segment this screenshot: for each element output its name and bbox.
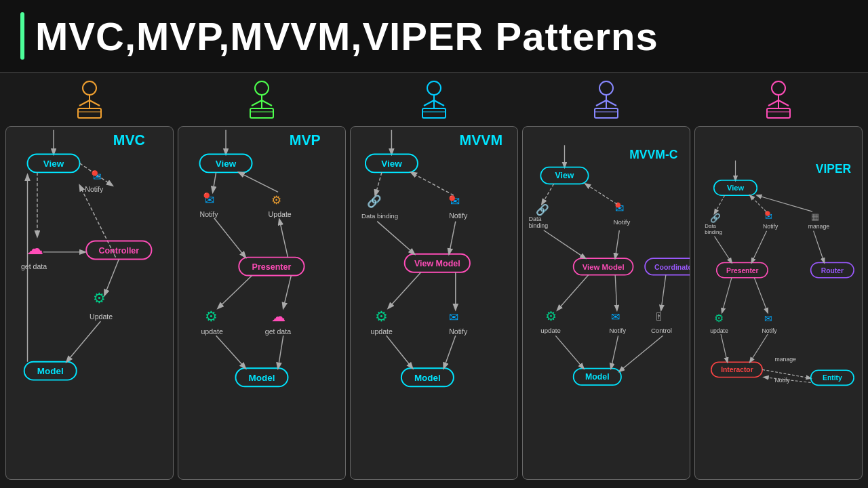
header: MVC,MVP,MVVM,VIPER Patterns (0, 0, 868, 73)
svg-text:Notify: Notify (763, 223, 778, 230)
page-title: MVC,MVP,MVVM,VIPER Patterns (35, 14, 658, 59)
svg-text:View: View (43, 159, 64, 169)
svg-text:Notify: Notify (449, 211, 468, 220)
svg-point-127 (772, 81, 785, 95)
svg-point-89 (599, 81, 613, 95)
svg-point-58 (427, 81, 441, 95)
svg-line-43 (239, 172, 278, 192)
svg-text:manage: manage (808, 223, 830, 230)
svg-text:update: update (371, 327, 393, 336)
svg-text:Presenter: Presenter (252, 262, 292, 272)
svg-line-159 (722, 278, 732, 313)
svg-text:View: View (381, 159, 402, 169)
svg-text:MVVM-C: MVVM-C (629, 148, 678, 161)
svg-line-77 (377, 222, 414, 254)
svg-line-53 (283, 276, 292, 308)
svg-text:VIPER: VIPER (816, 162, 852, 176)
svg-text:Data binding: Data binding (361, 212, 398, 220)
svg-rect-93 (595, 108, 618, 118)
svg-text:🔴: 🔴 (92, 169, 98, 176)
svg-line-130 (778, 100, 789, 106)
mvp-diagram: MVP View ✉ 🔴 Notify ⚙ Update Presenter (178, 127, 345, 479)
mvvmc-user-icon (583, 80, 630, 123)
svg-text:Router: Router (821, 267, 844, 274)
svg-line-2 (79, 100, 90, 106)
mvc-box: MVC View ✉ 🔴 Notify ☁ get data (5, 126, 174, 480)
svg-text:✉: ✉ (764, 313, 772, 324)
svg-line-25 (66, 321, 100, 362)
svg-line-145 (715, 195, 725, 214)
svg-text:get data: get data (21, 262, 47, 270)
mvvmc-pattern: MVVM-C View 🔗 Data binding ✉ 🔴 Notify Vi… (522, 80, 690, 480)
svg-line-60 (424, 100, 434, 106)
svg-line-120 (615, 275, 617, 310)
svg-text:binding: binding (529, 222, 548, 229)
mvc-title: MVC (113, 132, 145, 148)
svg-line-126 (619, 336, 663, 371)
svg-line-105 (542, 184, 554, 204)
svg-text:Controller: Controller (98, 246, 139, 256)
mvc-diagram: MVC View ✉ 🔴 Notify ☁ get data (6, 127, 173, 479)
svg-text:⚙: ⚙ (375, 308, 388, 324)
svg-line-106 (585, 184, 617, 204)
svg-line-3 (90, 100, 100, 106)
svg-text:Entity: Entity (823, 374, 842, 382)
svg-line-125 (611, 336, 618, 368)
svg-line-129 (768, 100, 778, 106)
mvvm-box: MVVM View 🔗 Data binding ✉ 🔴 Notify View… (350, 126, 518, 480)
svg-text:🔴: 🔴 (203, 192, 210, 199)
mvp-user-icon (238, 80, 285, 123)
svg-text:Interactor: Interactor (721, 366, 753, 373)
svg-text:MVP: MVP (290, 132, 321, 148)
svg-text:Control: Control (651, 327, 672, 334)
viper-pattern: VIPER View 🔗 Data binding ✉ 🔴 Notify ▦ m… (694, 80, 863, 480)
svg-text:☁: ☁ (26, 239, 43, 258)
svg-line-61 (434, 100, 444, 106)
svg-line-30 (262, 100, 272, 106)
svg-text:Model: Model (414, 373, 441, 383)
svg-text:Presenter: Presenter (726, 267, 759, 274)
mvc-pattern: MVC View ✉ 🔴 Notify ☁ get data (5, 80, 174, 480)
mvc-user-icon (66, 80, 113, 123)
mvp-box: MVP View ✉ 🔴 Notify ⚙ Update Presenter (178, 126, 346, 480)
svg-line-160 (754, 278, 768, 313)
svg-line-152 (715, 237, 732, 263)
svg-text:Notify: Notify (200, 210, 219, 218)
svg-line-57 (278, 336, 283, 368)
svg-line-124 (555, 336, 583, 368)
svg-text:Notify: Notify (85, 185, 104, 193)
mvvm-diagram: MVVM View 🔗 Data binding ✉ 🔴 Notify View… (351, 127, 517, 479)
svg-rect-4 (78, 108, 101, 118)
svg-line-87 (387, 336, 413, 368)
svg-text:Notify: Notify (614, 218, 631, 226)
mvvm-user-icon (410, 80, 458, 123)
svg-line-121 (661, 275, 666, 310)
svg-line-88 (443, 336, 455, 368)
svg-rect-131 (767, 108, 790, 118)
svg-line-74 (411, 172, 454, 195)
svg-text:Notify: Notify (762, 327, 777, 334)
svg-line-83 (389, 272, 421, 308)
mvvmc-box: MVVM-C View 🔗 Data binding ✉ 🔴 Notify Vi… (522, 126, 690, 480)
svg-text:▦: ▦ (811, 212, 819, 222)
svg-text:update: update (710, 327, 728, 334)
svg-text:View Model: View Model (414, 259, 460, 268)
svg-line-91 (596, 100, 606, 106)
svg-line-146 (750, 195, 766, 211)
svg-line-153 (751, 231, 766, 263)
svg-text:manage: manage (774, 356, 796, 363)
svg-text:get data: get data (265, 327, 291, 336)
svg-text:Notify: Notify (609, 327, 626, 334)
svg-text:Notify: Notify (449, 327, 468, 336)
svg-line-29 (252, 100, 262, 106)
svg-text:🔴: 🔴 (615, 202, 621, 208)
svg-text:⚙: ⚙ (271, 193, 281, 207)
viper-diagram: VIPER View 🔗 Data binding ✉ 🔴 Notify ▦ m… (695, 127, 862, 479)
svg-text:update: update (201, 327, 222, 336)
svg-text:View: View (216, 159, 237, 169)
svg-line-119 (557, 275, 589, 310)
svg-text:⚙: ⚙ (93, 290, 106, 306)
svg-text:binding: binding (705, 229, 722, 235)
svg-line-22 (104, 259, 119, 295)
viper-box: VIPER View 🔗 Data binding ✉ 🔴 Notify ▦ m… (694, 126, 863, 480)
